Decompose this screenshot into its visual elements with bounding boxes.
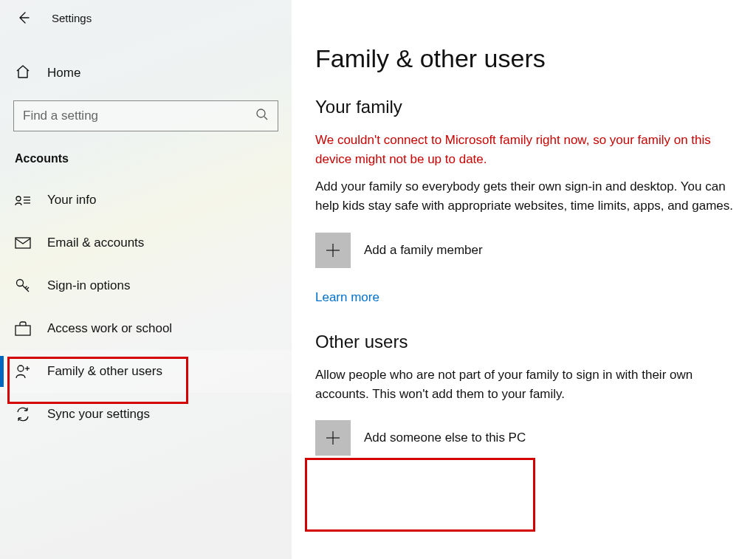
category-heading: Accounts: [15, 152, 292, 165]
back-arrow-icon: [16, 10, 31, 25]
app-title: Settings: [52, 12, 92, 24]
nav-email-accounts[interactable]: Email & accounts: [0, 222, 292, 264]
add-family-label: Add a family member: [364, 243, 483, 258]
sidebar: Settings Home Accounts Your info Email &: [0, 0, 292, 559]
svg-point-0: [257, 109, 265, 117]
home-label: Home: [47, 66, 80, 80]
svg-rect-8: [16, 326, 30, 335]
search-container: [13, 100, 278, 131]
mail-icon: [15, 235, 31, 251]
other-users-description: Allow people who are not part of your fa…: [315, 366, 735, 405]
briefcase-icon: [15, 320, 31, 337]
other-users-heading: Other users: [315, 332, 735, 352]
home-nav[interactable]: Home: [0, 53, 292, 93]
search-box[interactable]: [13, 100, 278, 131]
nav-label: Your info: [47, 193, 96, 208]
nav-access-work[interactable]: Access work or school: [0, 307, 292, 350]
nav-label: Sync your settings: [47, 407, 150, 422]
home-icon: [15, 64, 31, 83]
nav-list: Your info Email & accounts Sign-in optio…: [0, 179, 292, 436]
learn-more-link[interactable]: Learn more: [315, 290, 379, 305]
main-content: Family & other users Your family We coul…: [292, 0, 756, 559]
family-heading: Your family: [315, 97, 735, 117]
search-icon: [255, 108, 269, 124]
add-family-member-button[interactable]: Add a family member: [315, 230, 735, 271]
key-icon: [15, 278, 31, 294]
sync-icon: [15, 406, 31, 422]
header-row: Settings: [0, 0, 292, 32]
family-error-text: We couldn't connect to Microsoft family …: [315, 131, 735, 168]
people-plus-icon: [15, 363, 31, 380]
person-card-icon: [15, 192, 31, 208]
nav-family-users[interactable]: Family & other users: [0, 350, 292, 393]
svg-rect-6: [16, 238, 30, 248]
nav-sync-settings[interactable]: Sync your settings: [0, 393, 292, 436]
nav-label: Family & other users: [47, 364, 162, 379]
svg-point-2: [16, 196, 21, 201]
page-title: Family & other users: [315, 44, 735, 73]
back-button[interactable]: [15, 9, 32, 27]
plus-icon: [315, 233, 351, 268]
nav-your-info[interactable]: Your info: [0, 179, 292, 222]
family-description: Add your family so everybody gets their …: [315, 177, 735, 216]
nav-label: Email & accounts: [47, 236, 144, 250]
nav-label: Access work or school: [47, 321, 172, 336]
nav-label: Sign-in options: [47, 278, 130, 293]
search-input[interactable]: [23, 109, 255, 123]
add-someone-else-button[interactable]: Add someone else to this PC: [315, 417, 735, 459]
add-someone-label: Add someone else to this PC: [364, 431, 526, 445]
svg-point-9: [18, 366, 24, 371]
nav-signin-options[interactable]: Sign-in options: [0, 264, 292, 307]
plus-icon: [315, 420, 351, 456]
svg-line-1: [264, 117, 267, 120]
